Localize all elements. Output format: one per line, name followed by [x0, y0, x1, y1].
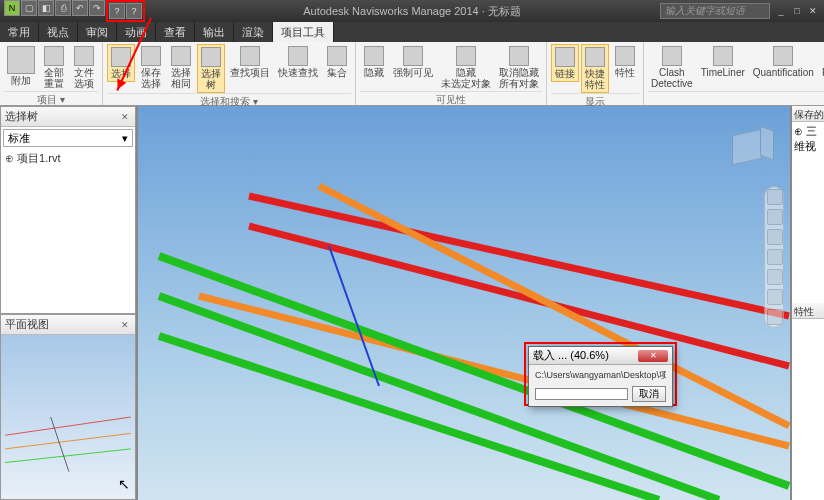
- ribbon-icon: [364, 46, 384, 66]
- cancel-button[interactable]: 取消: [632, 386, 666, 402]
- qat-open-icon[interactable]: ◧: [38, 0, 54, 16]
- tree-item[interactable]: ⊕ 项目1.rvt: [5, 151, 131, 166]
- qat-new-icon[interactable]: ▢: [21, 0, 37, 16]
- ribbon-button[interactable]: Clash Detective: [648, 44, 696, 91]
- ribbon-button[interactable]: 快速查找: [275, 44, 321, 80]
- ribbon-label: 选择 相同: [171, 67, 191, 89]
- ribbon-button[interactable]: 选择 树: [197, 44, 225, 93]
- tree-mode-dropdown[interactable]: 标准▾: [3, 129, 133, 147]
- qat-redo-icon[interactable]: ↷: [89, 0, 105, 16]
- nav-orbit-icon[interactable]: [767, 249, 783, 265]
- properties-body[interactable]: [792, 319, 824, 500]
- tab-animation[interactable]: 动画: [117, 22, 156, 42]
- tab-home[interactable]: 常用: [0, 22, 39, 42]
- dialog-title-text: 载入 ... (40.6%): [533, 348, 609, 363]
- ribbon-button[interactable]: 集合: [323, 44, 351, 80]
- ribbon-label: 隐藏 未选定对象: [441, 67, 491, 89]
- panel-close-icon[interactable]: ✕: [119, 111, 131, 123]
- dialog-close-button[interactable]: ✕: [638, 350, 668, 362]
- qat-print-icon[interactable]: ⎙: [55, 0, 71, 16]
- nav-walk-icon[interactable]: [767, 289, 783, 305]
- tab-viewpoint[interactable]: 视点: [39, 22, 78, 42]
- ribbon-label: 强制可见: [393, 67, 433, 78]
- tab-item-tools[interactable]: 项目工具: [273, 22, 334, 42]
- maximize-icon[interactable]: □: [790, 4, 804, 18]
- app-menu-button[interactable]: N: [4, 0, 20, 16]
- view-cube[interactable]: [726, 126, 770, 170]
- dialog-titlebar: 载入 ... (40.6%) ✕: [529, 347, 672, 365]
- ribbon-button[interactable]: 隐藏 未选定对象: [438, 44, 494, 91]
- nav-zoom-icon[interactable]: [767, 229, 783, 245]
- qat-refresh-icon[interactable]: ?: [109, 3, 125, 19]
- ribbon-button[interactable]: 强制可见: [390, 44, 436, 80]
- highlighted-qat-buttons: ? ?: [106, 0, 145, 22]
- svg-line-3: [51, 417, 69, 472]
- ribbon-icon: [773, 46, 793, 66]
- ribbon-icon: [7, 46, 35, 74]
- svg-line-1: [5, 433, 131, 448]
- navigation-bar: [764, 186, 784, 328]
- tab-output[interactable]: 输出: [195, 22, 234, 42]
- ribbon-button[interactable]: 链接: [551, 44, 579, 82]
- close-icon[interactable]: ✕: [806, 4, 820, 18]
- ribbon-button[interactable]: 文件 选项: [70, 44, 98, 91]
- ribbon-icon: [555, 47, 575, 67]
- ribbon-icon: [171, 46, 191, 66]
- ribbon-button[interactable]: 隐藏: [360, 44, 388, 80]
- nav-wheel-icon[interactable]: [767, 189, 783, 205]
- ribbon-icon: [509, 46, 529, 66]
- dialog-body: C:\Users\wangyaman\Desktop\项目1.rvt 取消: [529, 365, 672, 406]
- ribbon-button[interactable]: Presenter: [819, 44, 824, 80]
- ribbon-label: 快捷 特性: [585, 68, 605, 90]
- plan-view-title: 平面视图: [5, 317, 49, 332]
- nav-fly-icon[interactable]: [767, 309, 783, 325]
- ribbon-icon: [662, 46, 682, 66]
- title-bar: N ▢ ◧ ⎙ ↶ ↷ ? ? Autodesk Navisworks Mana…: [0, 0, 824, 22]
- tab-review[interactable]: 审阅: [78, 22, 117, 42]
- ribbon-icon: [141, 46, 161, 66]
- window-controls: _ □ ✕: [770, 4, 824, 18]
- selection-tree-title: 选择树: [5, 109, 38, 124]
- nav-look-icon[interactable]: [767, 269, 783, 285]
- cursor-icon: ↖: [118, 476, 130, 492]
- ribbon-button[interactable]: 取消隐藏 所有对象: [496, 44, 542, 91]
- ribbon-button[interactable]: 查找项目: [227, 44, 273, 80]
- ribbon-button[interactable]: Quantification: [750, 44, 817, 80]
- saved-viewpoints-header: 保存的视点: [792, 106, 824, 122]
- svg-line-7: [199, 296, 789, 446]
- ribbon-group: 链接快捷 特性特性显示: [547, 42, 644, 105]
- ribbon-label: 选择 树: [201, 68, 221, 90]
- ribbon-button[interactable]: 快捷 特性: [581, 44, 609, 93]
- tree-body[interactable]: ⊕ 项目1.rvt: [1, 149, 135, 313]
- ribbon-group: Clash DetectiveTimeLinerQuantificationPr…: [644, 42, 824, 105]
- ribbon-label: Quantification: [753, 67, 814, 78]
- saved-viewpoints-body[interactable]: ⊕ 三维视: [792, 122, 824, 303]
- tab-render[interactable]: 渲染: [234, 22, 273, 42]
- qat-select-icon[interactable]: ?: [126, 3, 142, 19]
- ribbon-icon: [456, 46, 476, 66]
- ribbon-icon: [240, 46, 260, 66]
- selection-tree-header: 选择树 ✕: [1, 107, 135, 127]
- ribbon-icon: [44, 46, 64, 66]
- ribbon-button[interactable]: TimeLiner: [698, 44, 748, 80]
- ribbon-button[interactable]: 附加: [4, 44, 38, 88]
- minimize-icon[interactable]: _: [774, 4, 788, 18]
- svg-line-2: [5, 449, 131, 463]
- tab-view[interactable]: 查看: [156, 22, 195, 42]
- ribbon-button[interactable]: 选择 相同: [167, 44, 195, 91]
- panel-close-icon[interactable]: ✕: [119, 319, 131, 331]
- selection-tree-panel: 选择树 ✕ 标准▾ ⊕ 项目1.rvt: [0, 106, 136, 314]
- help-search-input[interactable]: 输入关键字或短语: [660, 3, 770, 19]
- ribbon-icon: [615, 46, 635, 66]
- qat-undo-icon[interactable]: ↶: [72, 0, 88, 16]
- ribbon-button[interactable]: 保存 选择: [137, 44, 165, 91]
- plan-view-canvas[interactable]: [1, 335, 135, 499]
- ribbon-label: 保存 选择: [141, 67, 161, 89]
- viewpoint-item[interactable]: ⊕ 三维视: [794, 124, 822, 154]
- main-viewport[interactable]: 载入 ... (40.6%) ✕ C:\Users\wangyaman\Desk…: [138, 106, 790, 500]
- ribbon-button[interactable]: 全部 重置: [40, 44, 68, 91]
- ribbon-button[interactable]: 特性: [611, 44, 639, 80]
- ribbon-group: 附加全部 重置文件 选项项目 ▾: [0, 42, 103, 105]
- nav-pan-icon[interactable]: [767, 209, 783, 225]
- ribbon-icon: [713, 46, 733, 66]
